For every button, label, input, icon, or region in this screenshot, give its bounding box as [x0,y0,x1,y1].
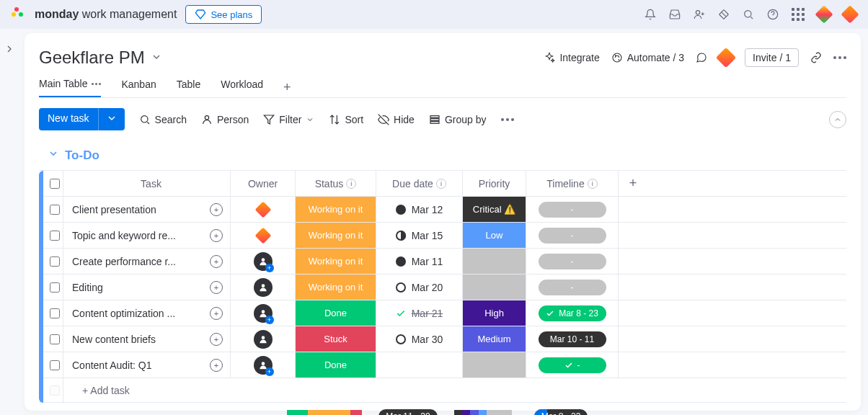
task-name[interactable]: Client presentation [72,204,156,215]
expand-sidebar-button[interactable] [2,42,17,56]
status-cell[interactable]: Done [296,352,376,378]
status-cell[interactable]: Working on it [296,249,376,274]
task-name[interactable]: Create performance r... [72,256,176,267]
timeline-pill[interactable]: - [539,202,606,218]
due-summary[interactable]: Mar 11 - 30 [365,407,451,415]
timeline-pill[interactable]: - [539,254,606,269]
row-checkbox[interactable] [50,308,60,318]
search-button[interactable]: Search [139,114,187,125]
priority-cell[interactable]: Low [463,223,526,248]
timeline-pill[interactable]: - [539,280,606,295]
due-date-cell[interactable]: Mar 20 [396,282,443,293]
notifications-icon[interactable] [645,9,656,20]
column-due[interactable]: Due date [392,178,433,189]
conversation-icon[interactable]: + [210,307,223,320]
row-checkbox[interactable] [50,282,60,293]
conversation-icon[interactable]: + [210,359,223,372]
timeline-pill[interactable]: - [539,357,606,373]
timeline-pill[interactable]: Mar 10 - 11 [539,331,606,347]
row-checkbox[interactable] [50,360,60,370]
conversation-icon[interactable]: + [210,229,223,242]
column-task[interactable]: Task [141,178,161,189]
board-title[interactable]: Geekflare PM [39,48,145,68]
row-checkbox[interactable] [50,334,60,344]
due-date-cell[interactable]: Mar 12 [396,204,443,215]
timeline-summary[interactable]: Mar 8 - 23 [515,407,607,415]
tab-main-table[interactable]: Main Table [39,78,101,97]
board-more-button[interactable] [833,56,846,59]
status-cell[interactable]: Working on it [296,223,376,248]
row-checkbox[interactable] [50,231,60,241]
tab-kanban[interactable]: Kanban [121,79,156,97]
conversation-icon[interactable]: + [210,203,223,216]
status-cell[interactable]: Stuck [296,326,376,352]
column-priority[interactable]: Priority [479,178,510,189]
column-status[interactable]: Status [315,178,344,189]
apps-icon[interactable] [718,9,730,20]
tab-table[interactable]: Table [177,79,200,97]
owner-avatar[interactable]: + [254,356,273,375]
task-name[interactable]: Topic and keyword re... [72,230,176,241]
workspace-badge-icon[interactable] [843,8,856,21]
priority-summary[interactable] [451,407,515,415]
sort-button[interactable]: Sort [329,114,363,125]
owner-avatar[interactable]: + [254,304,273,323]
priority-cell[interactable]: High [463,300,526,326]
status-cell[interactable]: Done [296,300,376,326]
board-title-chevron-icon[interactable] [151,51,162,65]
hide-button[interactable]: Hide [378,114,415,125]
row-checkbox[interactable] [50,256,60,267]
status-cell[interactable]: Working on it [296,197,376,222]
due-date-cell[interactable]: Mar 30 [396,334,443,345]
toolbar-more-button[interactable] [501,118,514,121]
discussion-button[interactable] [696,52,707,63]
group-collapse-icon[interactable] [48,148,59,163]
tab-menu-icon[interactable] [92,83,101,85]
invite-button[interactable]: Invite / 1 [745,48,799,67]
column-timeline[interactable]: Timeline [546,178,584,189]
priority-cell[interactable] [463,275,526,300]
column-owner[interactable]: Owner [248,178,278,189]
owner-avatar[interactable] [254,330,273,349]
due-date-cell[interactable]: Mar 21 [396,308,443,319]
status-summary[interactable] [284,407,365,415]
status-cell[interactable]: Working on it [296,275,376,300]
collapse-header-button[interactable] [829,111,846,128]
info-icon[interactable]: i [436,179,446,189]
due-date-cell[interactable]: Mar 11 [396,256,443,267]
owner-avatar[interactable]: + [254,252,273,271]
tab-workload[interactable]: Workload [221,79,263,97]
add-task-row[interactable]: + Add task [39,378,846,403]
task-name[interactable]: Content Audit: Q1 [72,360,152,371]
group-name[interactable]: To-Do [65,148,99,163]
inbox-icon[interactable] [669,9,681,20]
new-task-dropdown-icon[interactable] [98,108,125,130]
search-icon[interactable] [743,9,754,20]
task-name[interactable]: Content optimization ... [72,308,175,319]
see-plans-button[interactable]: See plans [185,5,262,24]
group-by-button[interactable]: Group by [429,114,487,125]
row-checkbox[interactable] [50,385,60,396]
due-date-cell[interactable]: Mar 15 [396,230,443,241]
help-icon[interactable] [767,9,779,20]
integrate-button[interactable]: Integrate [544,52,599,63]
task-name[interactable]: Editing [72,282,103,293]
owner-avatar[interactable] [254,200,273,219]
select-all-checkbox[interactable] [50,179,60,189]
owner-avatar[interactable] [254,226,273,245]
task-name[interactable]: New content briefs [72,334,156,345]
automate-button[interactable]: Automate / 3 [611,52,684,63]
priority-cell[interactable]: Medium [463,326,526,352]
products-switcher-icon[interactable] [792,8,805,21]
filter-button[interactable]: Filter [263,114,314,125]
timeline-pill[interactable]: - [539,228,606,244]
priority-cell[interactable] [463,352,526,378]
add-view-button[interactable]: + [283,80,291,95]
conversation-icon[interactable]: + [210,281,223,294]
priority-cell[interactable]: Critical ⚠️ [463,197,526,222]
add-column-button[interactable]: + [629,176,637,191]
conversation-icon[interactable]: + [210,333,223,346]
invite-members-icon[interactable] [694,9,705,20]
link-button[interactable] [810,52,822,63]
person-filter-button[interactable]: Person [201,114,249,125]
